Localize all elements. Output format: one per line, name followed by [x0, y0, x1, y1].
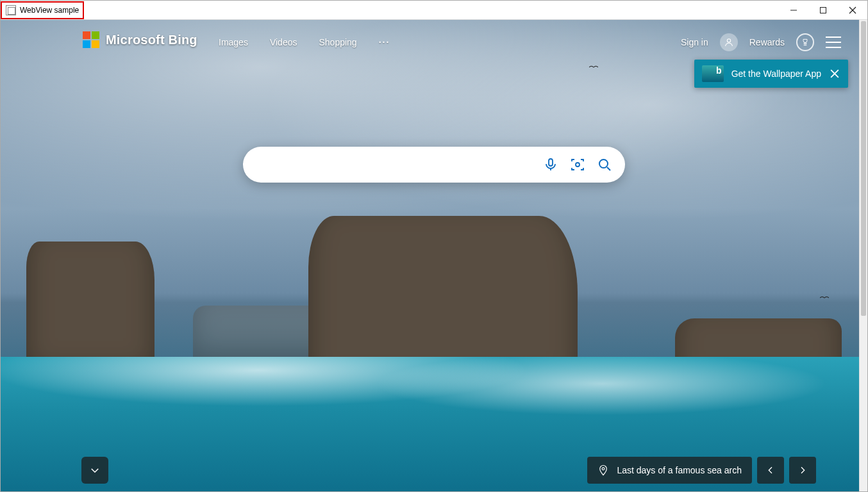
- microsoft-logo-icon: [83, 31, 99, 48]
- search-icon: [597, 157, 612, 172]
- webview-content: Microsoft Bing Images Videos Shopping ··…: [1, 20, 867, 491]
- image-caption: Last days of a famous sea arch: [617, 465, 742, 475]
- top-nav: Microsoft Bing Images Videos Shopping ··…: [1, 20, 859, 65]
- maximize-button[interactable]: [808, 1, 838, 20]
- nav-more[interactable]: ···: [379, 37, 390, 47]
- image-info-strip: Last days of a famous sea arch: [587, 457, 816, 484]
- location-pin-icon: [597, 464, 609, 476]
- svg-point-4: [727, 39, 730, 42]
- minimize-button[interactable]: [779, 1, 808, 20]
- svg-point-11: [603, 468, 605, 470]
- vertical-scrollbar[interactable]: [859, 20, 867, 491]
- search-button[interactable]: [593, 153, 616, 176]
- bird-icon: [820, 295, 829, 300]
- signin-link[interactable]: Sign in: [681, 37, 708, 47]
- brand-logo[interactable]: Microsoft Bing: [83, 31, 197, 48]
- account-avatar[interactable]: [720, 33, 738, 51]
- nav-shopping[interactable]: Shopping: [319, 37, 356, 47]
- app-window: WebView sample: [0, 0, 868, 492]
- prev-image-button[interactable]: [757, 457, 784, 484]
- app-icon: [6, 5, 16, 15]
- svg-point-9: [599, 160, 608, 168]
- chevron-right-icon: [797, 465, 808, 475]
- voice-search-button[interactable]: [539, 153, 562, 176]
- image-info-button[interactable]: Last days of a famous sea arch: [587, 457, 752, 484]
- svg-line-10: [607, 167, 610, 170]
- wallpaper-banner-close[interactable]: [829, 68, 840, 79]
- brand-text: Microsoft Bing: [106, 33, 197, 47]
- next-image-button[interactable]: [789, 457, 816, 484]
- nav-right: Sign in Rewards: [681, 33, 841, 51]
- nav-images[interactable]: Images: [219, 37, 248, 47]
- scroll-down-button[interactable]: [81, 457, 108, 484]
- svg-rect-7: [549, 159, 553, 166]
- chevron-down-icon: [89, 464, 101, 476]
- window-title: WebView sample: [20, 6, 79, 15]
- nav-links: Images Videos Shopping ···: [219, 37, 390, 47]
- microphone-icon: [543, 157, 558, 172]
- close-button[interactable]: [838, 1, 867, 20]
- window-controls: [779, 1, 867, 20]
- nav-videos[interactable]: Videos: [270, 37, 297, 47]
- bird-icon: [589, 65, 598, 70]
- chevron-left-icon: [765, 465, 776, 475]
- wallpaper-banner-text: Get the Wallpaper App: [731, 69, 821, 79]
- scrollbar-thumb[interactable]: [861, 21, 866, 316]
- camera-scan-icon: [570, 157, 585, 172]
- wallpaper-app-banner[interactable]: Get the Wallpaper App: [694, 60, 848, 88]
- svg-rect-1: [821, 7, 826, 13]
- person-icon: [724, 37, 734, 47]
- rewards-link[interactable]: Rewards: [749, 37, 785, 47]
- close-icon: [830, 69, 839, 78]
- title-bar-title-region: WebView sample: [1, 1, 84, 19]
- rewards-badge[interactable]: [796, 33, 814, 51]
- search-input[interactable]: [260, 159, 535, 170]
- title-bar: WebView sample: [1, 1, 867, 20]
- image-search-button[interactable]: [566, 153, 589, 176]
- svg-point-8: [576, 163, 580, 167]
- hamburger-menu[interactable]: [826, 37, 841, 48]
- wallpaper-thumb-icon: [702, 65, 724, 82]
- trophy-icon: [801, 38, 810, 47]
- search-bar: [243, 147, 625, 183]
